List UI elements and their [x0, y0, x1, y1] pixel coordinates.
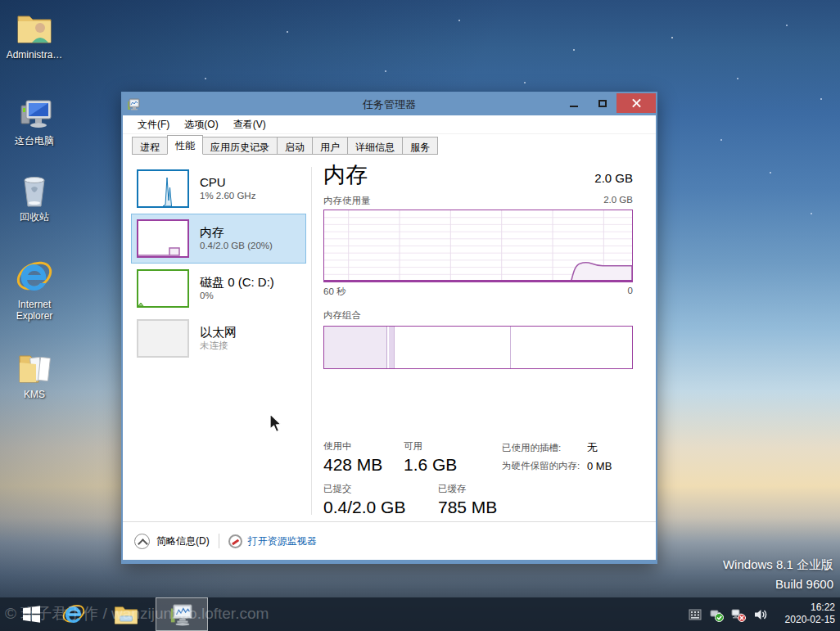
desktop-icon-label: 回收站: [1, 211, 68, 223]
internet-explorer-icon: [15, 258, 54, 297]
performance-content: CPU 1% 2.60 GHz 内存 0.4/2.0 GB (20%): [123, 155, 656, 521]
stat-slots-used-value: 无: [587, 440, 612, 455]
sidebar-ethernet-name: 以太网: [200, 325, 237, 340]
sidebar-item-disk[interactable]: 磁盘 0 (C: D:) 0%: [131, 264, 306, 313]
os-watermark-line1: Windows 8.1 企业版: [723, 555, 833, 575]
safely-remove-hardware-icon[interactable]: [709, 607, 724, 622]
folder-icon: [114, 604, 138, 625]
stat-in-use-value: 428 MB: [323, 455, 382, 475]
stat-hw-reserved-label: 为硬件保留的内存:: [502, 460, 580, 472]
taskbar-clock[interactable]: 16:22 2020-02-15: [785, 602, 835, 626]
taskbar-task-manager[interactable]: [156, 597, 208, 631]
maximize-button[interactable]: [588, 93, 616, 113]
volume-icon[interactable]: [753, 607, 768, 622]
task-manager-window: 任务管理器 文件(F) 选项(O) 查看(V) 进程 性能 应用历史记录 启动 …: [121, 92, 657, 564]
tab-services[interactable]: 服务: [402, 137, 438, 155]
sidebar-divider: [311, 167, 312, 515]
taskbar-internet-explorer[interactable]: [52, 597, 95, 631]
sidebar-memory-sub: 0.4/2.0 GB (20%): [200, 240, 273, 252]
minimize-icon: [570, 106, 578, 107]
touch-keyboard-icon[interactable]: [689, 608, 702, 621]
composition-divider: [510, 327, 511, 368]
stat-slots-used-label: 已使用的插槽:: [502, 442, 580, 454]
close-button[interactable]: [616, 93, 656, 113]
stat-hw-reserved-value: 0 MB: [587, 460, 612, 472]
menu-bar: 文件(F) 选项(O) 查看(V): [123, 115, 656, 134]
tab-app-history[interactable]: 应用历史记录: [202, 137, 278, 155]
close-icon: [632, 99, 641, 108]
taskbar: © 玩子君手作 / wanzijunzuo.lofter.com: [0, 597, 840, 631]
memory-total: 2.0 GB: [594, 171, 633, 188]
internet-explorer-icon: [61, 602, 86, 627]
sky-stars: [0, 0, 2, 2]
menu-file[interactable]: 文件(F): [130, 115, 177, 134]
desktop-icon-label: Administra…: [1, 49, 68, 61]
tab-bar: 进程 性能 应用历史记录 启动 用户 详细信息 服务: [123, 134, 656, 155]
open-resource-monitor-link[interactable]: 打开资源监视器: [248, 534, 317, 548]
computer-icon: [15, 94, 54, 133]
desktop-icon-label: KMS: [1, 389, 68, 400]
desktop-icon-internet-explorer[interactable]: Internet Explorer: [1, 258, 68, 322]
sidebar-cpu-sub: 1% 2.60 GHz: [200, 190, 255, 202]
sidebar-cpu-name: CPU: [200, 175, 255, 190]
network-disconnected-icon[interactable]: [731, 607, 746, 622]
desktop-icon-kms[interactable]: KMS: [1, 348, 68, 400]
desktop-icon-label: Internet Explorer: [1, 299, 68, 322]
menu-options[interactable]: 选项(O): [177, 115, 225, 134]
memory-usage-max: 2.0 GB: [603, 195, 633, 207]
memory-panel-title: 内存: [323, 162, 368, 188]
sidebar-item-cpu[interactable]: CPU 1% 2.60 GHz: [131, 164, 306, 214]
memory-composition-label: 内存组合: [323, 309, 633, 322]
stat-in-use-label: 使用中: [323, 440, 382, 453]
resource-monitor-icon: [228, 534, 242, 548]
collapse-icon: [134, 534, 150, 549]
cpu-mini-graph: [137, 169, 189, 208]
sidebar-item-ethernet[interactable]: 以太网 未连接: [131, 313, 306, 363]
title-bar[interactable]: 任务管理器: [123, 93, 656, 115]
footer-separator: [219, 534, 219, 548]
memory-panel: 内存 2.0 GB 内存使用量 2.0 GB: [323, 162, 633, 369]
stat-cached-value: 785 MB: [438, 498, 497, 517]
sidebar-item-memory[interactable]: 内存 0.4/2.0 GB (20%): [131, 214, 306, 264]
memory-composition-bar[interactable]: [323, 326, 633, 369]
memory-usage-label: 内存使用量: [323, 195, 371, 207]
performance-sidebar: CPU 1% 2.60 GHz 内存 0.4/2.0 GB (20%): [131, 164, 306, 363]
start-button[interactable]: [10, 597, 52, 631]
graph-time-zero: 0: [628, 286, 633, 298]
os-watermark-line2: Build 9600: [723, 575, 833, 594]
desktop-icon-administrator[interactable]: Administra…: [1, 8, 68, 61]
tab-processes[interactable]: 进程: [132, 137, 168, 155]
desktop-icon-this-pc[interactable]: 这台电脑: [1, 94, 68, 146]
memory-mini-graph: [137, 219, 189, 258]
stat-cached-label: 已缓存: [438, 483, 497, 495]
tab-details[interactable]: 详细信息: [347, 137, 403, 155]
minimize-button[interactable]: [559, 93, 588, 113]
stat-committed-value: 0.4/2.0 GB: [323, 498, 405, 517]
windows-logo-icon: [22, 605, 41, 624]
maximize-icon: [598, 100, 607, 107]
sidebar-disk-name: 磁盘 0 (C: D:): [200, 275, 274, 290]
stat-available-label: 可用: [404, 440, 457, 453]
tab-performance[interactable]: 性能: [167, 135, 203, 155]
sidebar-memory-name: 内存: [200, 225, 273, 240]
ethernet-mini-graph: [137, 319, 189, 358]
mouse-cursor: [269, 413, 283, 435]
composition-in-use-segment: [324, 327, 387, 368]
composition-modified-segment: [389, 327, 395, 368]
taskbar-file-explorer[interactable]: [105, 597, 147, 631]
sidebar-disk-sub: 0%: [200, 290, 274, 302]
task-manager-icon: [169, 602, 194, 627]
stat-committed-label: 已提交: [323, 483, 405, 495]
sidebar-ethernet-sub: 未连接: [200, 340, 237, 352]
menu-view[interactable]: 查看(V): [226, 115, 273, 134]
memory-usage-graph: [323, 210, 633, 282]
tab-users[interactable]: 用户: [312, 137, 348, 155]
tab-startup[interactable]: 启动: [277, 137, 313, 155]
clock-time: 16:22: [785, 602, 835, 614]
fewer-details-button[interactable]: 简略信息(D): [156, 534, 210, 548]
disk-mini-graph: [137, 269, 189, 308]
clock-date: 2020-02-15: [785, 614, 835, 626]
open-folder-icon: [15, 348, 54, 387]
recycle-bin-icon: [15, 170, 54, 210]
desktop-icon-recycle-bin[interactable]: 回收站: [1, 170, 68, 223]
